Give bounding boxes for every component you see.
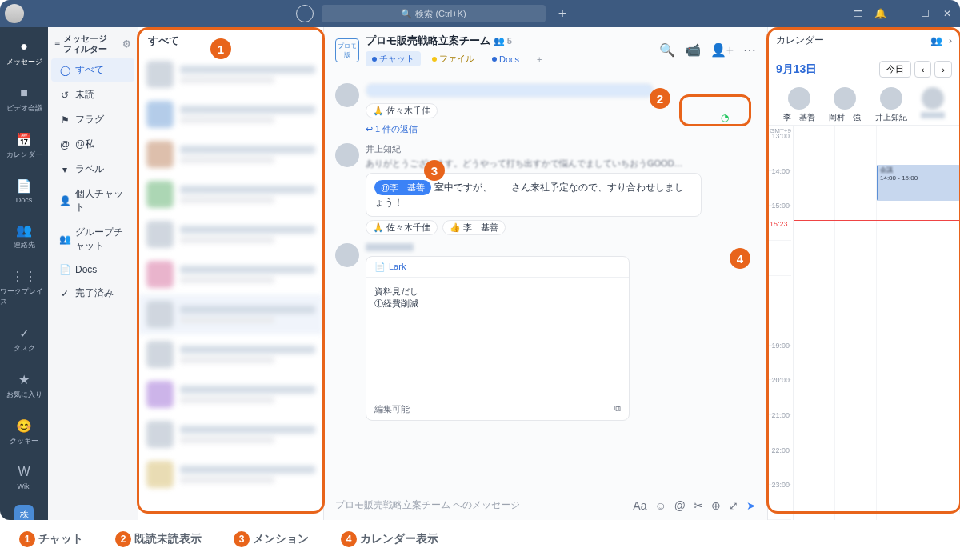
expand-icon[interactable]: ⤢ [729,499,738,512]
calendar-grid[interactable]: GMT+9 13:00 14:00 15:00 19:00 20:00 21:0… [768,126,960,520]
tab-chat[interactable]: チャット [366,51,421,66]
org-badge[interactable]: 株 [14,505,34,520]
at-icon[interactable]: @ [674,499,686,512]
reaction[interactable]: 🙏 佐々木千佳 [366,220,438,235]
input-placeholder: プロモ販売戦略立案チーム へのメッセージ [335,498,520,512]
person[interactable]: 岡村 強 [829,87,861,123]
layout-icon[interactable]: 🗖 [850,6,866,22]
video-call-icon[interactable]: 📹 [685,42,701,58]
copy-icon[interactable]: ⧉ [614,403,621,415]
chat-header: プロモ版 プロモ販売戦略立案チーム 👥 5 チャット ファイル Docs + 🔍… [324,27,767,70]
chat-icon: ● [16,38,32,54]
filter-docs[interactable]: 📄Docs [51,259,134,280]
doc-card[interactable]: 📄 Lark 資料見だし ①経費削減 編集可能⧉ [366,256,630,421]
room-title: プロモ販売戦略立案チーム 👥 5 [366,34,549,48]
filter-group[interactable]: 👥グループチャット [51,221,134,258]
send-icon[interactable]: ➤ [746,499,756,512]
filter-atme[interactable]: @@私 [51,133,134,156]
reaction[interactable]: 🙏 佐々木千佳 [366,103,438,118]
legend: 1チャット 2既読未読表示 3メンション 4カレンダー表示 [0,520,960,558]
chevron-right-icon[interactable]: › [949,35,952,46]
search-input[interactable]: 🔍 検索 (Ctrl+K) [322,5,546,22]
profile-avatar[interactable] [5,4,24,23]
add-member-icon[interactable]: 👤+ [710,42,734,58]
callout-4: 4 [730,248,750,269]
maximize-icon[interactable]: ☐ [917,6,933,22]
mention-chip[interactable]: @李 基善 [374,180,431,195]
emoji-icon[interactable]: ☺ [654,499,666,512]
reply-count[interactable]: ↩ 1 件の返信 [366,123,756,135]
callout-2: 2 [650,88,670,109]
person[interactable]: 井上知紀 [875,87,907,123]
menu-icon[interactable]: ≡ [54,38,60,50]
message: 📄 Lark 資料見だし ①経費削減 編集可能⧉ [335,243,756,421]
room-logo: プロモ版 [335,38,359,62]
calendar-event[interactable]: 会議14:00 - 15:00 [877,165,960,200]
person[interactable]: 李 基善 [783,87,815,123]
notify-icon[interactable]: 🔔 [872,6,888,22]
docs-icon: 📄 [16,178,32,194]
history-icon[interactable] [296,5,314,22]
doc-body: 資料見だし ①経費削減 [366,278,629,398]
gear-icon[interactable]: ⚙ [122,38,131,50]
nav-wiki[interactable]: WWiki [16,461,32,494]
filter-done[interactable]: ✓完了済み [51,282,134,305]
sender-name: 井上知紀 [366,143,756,155]
nav-rail: ●メッセージ ■ビデオ会議 📅カレンダー 📄Docs 👥連絡先 ⋮⋮ワークプレイ… [0,27,48,520]
filter-unread[interactable]: ↺未読 [51,83,134,106]
search-in-chat-icon[interactable]: 🔍 [659,42,675,58]
filter-dm[interactable]: 👤個人チャット [51,182,134,219]
nav-messages[interactable]: ●メッセージ [6,35,42,70]
filter-all[interactable]: ◯すべて [51,58,134,82]
person[interactable] [921,87,945,123]
callout-3: 3 [424,160,445,181]
nav-task[interactable]: ✓タスク [14,322,35,357]
nav-calendar[interactable]: 📅カレンダー [6,128,42,163]
nav-favorite[interactable]: ★お気に入り [6,368,42,403]
nav-cookie[interactable]: 😊クッキー [10,414,38,450]
doc-footer: 編集可能⧉ [366,398,629,420]
reaction[interactable]: 👍 李 基善 [442,220,506,235]
message-bubble: @李 基善 室中ですが、 さん来社予定なので、すり合わせしましょう！ [366,173,702,217]
message-bubble [366,83,654,98]
callout-1: 1 [210,38,231,59]
calendar-header: カレンダー 👥 › [768,27,960,54]
chat-items[interactable] [138,54,323,520]
scissors-icon[interactable]: ✂ [694,499,703,512]
filter-header: ≡ メッセージ フィルター ⚙ [48,27,138,58]
minimize-icon[interactable]: — [894,6,910,22]
filter-column: ≡ メッセージ フィルター ⚙ ◯すべて ↺未読 ⚑フラグ @@私 ▾ラベル 👤… [48,27,138,520]
people-icon[interactable]: 👥 [930,35,942,46]
nav-video[interactable]: ■ビデオ会議 [6,82,42,117]
calendar-date: 9月13日 [776,62,817,77]
avatar[interactable] [335,83,359,107]
new-button[interactable]: + [554,5,571,22]
calendar-panel: カレンダー 👥 › 9月13日 今日 ‹ › 李 基善 岡村 強 井上知紀 [768,27,960,520]
read-indicator-icon: ◔ [721,112,729,123]
tab-add[interactable]: + [530,53,548,66]
close-icon[interactable]: ✕ [939,6,955,22]
nav-contacts[interactable]: 👥連絡先 [14,218,35,254]
nav-docs[interactable]: 📄Docs [16,174,33,207]
nav-workplace[interactable]: ⋮⋮ワークプレイス [0,265,48,310]
tab-docs[interactable]: Docs [486,53,526,66]
more-icon[interactable]: ⋯ [743,42,756,58]
grid-icon: ⋮⋮ [16,268,32,284]
chat-input[interactable]: プロモ販売戦略立案チーム へのメッセージ Aa ☺ @ ✂ ⊕ ⤢ ➤ [324,490,767,520]
sender-name [366,243,414,251]
prev-button[interactable]: ‹ [914,61,932,78]
calendar-people: 李 基善 岡村 強 井上知紀 [768,84,960,126]
video-icon: ■ [16,85,32,101]
doc-header: 📄 Lark [366,257,629,278]
now-line: 15:23 [794,220,960,221]
filter-label[interactable]: ▾ラベル [51,158,134,181]
next-button[interactable]: › [934,61,952,78]
avatar[interactable] [335,143,359,167]
avatar[interactable] [335,243,359,267]
format-icon[interactable]: Aa [633,499,646,512]
calendar-icon: 📅 [16,131,32,147]
plus-circle-icon[interactable]: ⊕ [711,499,721,512]
today-button[interactable]: 今日 [879,61,911,78]
tab-file[interactable]: ファイル [426,51,481,66]
filter-flag[interactable]: ⚑フラグ [51,108,134,131]
